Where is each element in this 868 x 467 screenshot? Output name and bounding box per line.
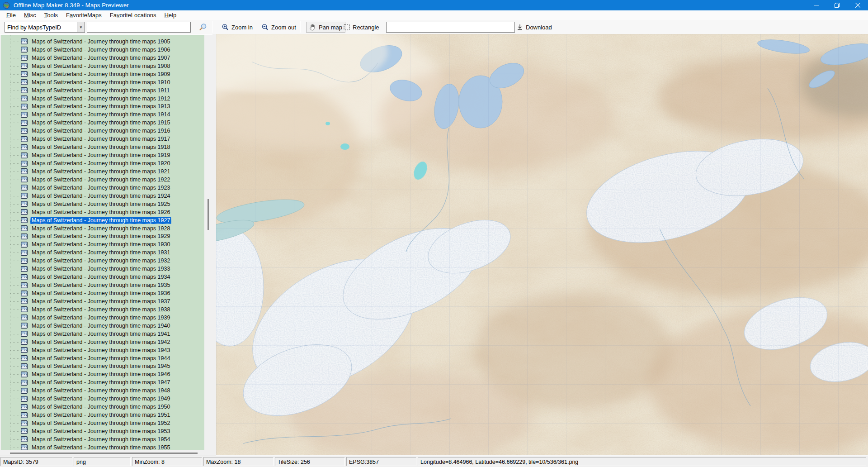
status-panel-min-zoom: MinZoom: 8 [132, 457, 202, 466]
tree-row-label: Maps of Switzerland - Journey through ti… [30, 87, 171, 94]
menu-item-help[interactable]: Help [160, 11, 180, 20]
map-image-icon [21, 396, 28, 402]
map-image-icon [21, 71, 28, 77]
tree-row[interactable]: Maps of Switzerland - Journey through ti… [1, 233, 204, 241]
tree-row[interactable]: Maps of Switzerland - Journey through ti… [1, 110, 204, 119]
map-image-icon [21, 404, 28, 410]
tree-row[interactable]: Maps of Switzerland - Journey through ti… [1, 103, 204, 111]
map-toolbar-input[interactable] [386, 22, 515, 33]
tree-row-label: Maps of Switzerland - Journey through ti… [30, 395, 171, 402]
map-image-icon [21, 87, 28, 93]
tree-row[interactable]: Maps of Switzerland - Journey through ti… [1, 86, 204, 95]
rectangle-button[interactable]: Rectangle [340, 22, 382, 33]
tree-row[interactable]: Maps of Switzerland - Journey through ti… [1, 305, 204, 314]
tree-row-label: Maps of Switzerland - Journey through ti… [30, 436, 171, 443]
tree-row[interactable]: Maps of Switzerland - Journey through ti… [1, 240, 204, 248]
map-image-icon [21, 363, 28, 369]
tree-row[interactable]: Maps of Switzerland - Journey through ti… [1, 386, 204, 395]
tree-row[interactable]: Maps of Switzerland - Journey through ti… [1, 95, 204, 103]
tree-row[interactable]: Maps of Switzerland - Journey through ti… [1, 135, 204, 143]
map-image-icon [21, 193, 28, 199]
menu-item-favoritelocations[interactable]: FavoriteLocations [106, 11, 160, 20]
tree-row[interactable]: Maps of Switzerland - Journey through ti… [1, 151, 204, 159]
zoom-in-button[interactable]: Zoom in [218, 22, 256, 33]
search-button[interactable] [196, 22, 210, 33]
download-button[interactable]: Download [514, 22, 555, 33]
search-input[interactable] [87, 22, 191, 33]
dropdown-arrow-icon[interactable]: ▼ [77, 22, 85, 32]
tree-row-label: Maps of Switzerland - Journey through ti… [30, 111, 171, 118]
tree-row[interactable]: Maps of Switzerland - Journey through ti… [1, 248, 204, 257]
tree-row[interactable]: Maps of Switzerland - Journey through ti… [1, 314, 204, 322]
tree-row[interactable]: Maps of Switzerland - Journey through ti… [1, 378, 204, 386]
menu-item-misc[interactable]: Misc [20, 11, 40, 20]
tree-row[interactable]: Maps of Switzerland - Journey through ti… [1, 62, 204, 70]
tree-row[interactable]: Maps of Switzerland - Journey through ti… [1, 38, 204, 46]
tree-row[interactable]: Maps of Switzerland - Journey through ti… [1, 265, 204, 273]
tree-horizontal-scrollbar-thumb[interactable] [10, 453, 198, 454]
tree-row[interactable]: Maps of Switzerland - Journey through ti… [1, 330, 204, 338]
tree-row[interactable]: Maps of Switzerland - Journey through ti… [1, 289, 204, 297]
map-image-icon [21, 225, 28, 231]
tree-row[interactable]: Maps of Switzerland - Journey through ti… [1, 370, 204, 378]
tree-row[interactable]: Maps of Switzerland - Journey through ti… [1, 338, 204, 346]
pan-map-button[interactable]: Pan map [306, 22, 345, 33]
tree-row[interactable]: Maps of Switzerland - Journey through ti… [1, 159, 204, 167]
menu-item-favoritemaps[interactable]: FavoriteMaps [62, 11, 106, 20]
map-image-icon [21, 323, 28, 329]
menu-item-tools[interactable]: Tools [40, 11, 62, 20]
tree-row[interactable]: Maps of Switzerland - Journey through ti… [1, 273, 204, 281]
tree-row[interactable]: Maps of Switzerland - Journey through ti… [1, 127, 204, 135]
tree-row[interactable]: Maps of Switzerland - Journey through ti… [1, 208, 204, 216]
tree-row[interactable]: Maps of Switzerland - Journey through ti… [1, 119, 204, 127]
restore-button[interactable] [826, 0, 847, 10]
map-image-icon [21, 412, 28, 418]
tree-vertical-scrollbar[interactable] [204, 35, 212, 450]
tree-row[interactable]: Maps of Switzerland - Journey through ti… [1, 46, 204, 54]
tree-row[interactable]: Maps of Switzerland - Journey through ti… [1, 427, 204, 435]
tree-row[interactable]: Maps of Switzerland - Journey through ti… [1, 200, 204, 208]
tree-row[interactable]: Maps of Switzerland - Journey through ti… [1, 419, 204, 427]
tree-row[interactable]: Maps of Switzerland - Journey through ti… [1, 143, 204, 151]
panel-divider [212, 34, 216, 456]
map-image-icon [21, 388, 28, 394]
find-by-dropdown[interactable]: Find by MapsTypeID ▼ [5, 22, 85, 33]
tree-row-label: Maps of Switzerland - Journey through ti… [30, 119, 171, 126]
tree-row[interactable]: Maps of Switzerland - Journey through ti… [1, 411, 204, 419]
tree-horizontal-scrollbar[interactable] [0, 450, 212, 456]
map-image-icon [21, 38, 28, 44]
tree-row[interactable]: Maps of Switzerland - Journey through ti… [1, 78, 204, 86]
tree-row[interactable]: Maps of Switzerland - Journey through ti… [1, 403, 204, 411]
map-image-icon [21, 266, 28, 272]
tree-row[interactable]: Maps of Switzerland - Journey through ti… [1, 257, 204, 265]
tree-row[interactable]: Maps of Switzerland - Journey through ti… [1, 176, 204, 184]
close-button[interactable] [847, 0, 868, 10]
map-image-icon [21, 234, 28, 239]
tree-row[interactable]: Maps of Switzerland - Journey through ti… [1, 362, 204, 371]
tree-row[interactable]: Maps of Switzerland - Journey through ti… [1, 346, 204, 354]
tree-row[interactable]: Maps of Switzerland - Journey through ti… [1, 435, 204, 443]
tree-row[interactable]: Maps of Switzerland - Journey through ti… [1, 216, 204, 224]
tree-row[interactable]: Maps of Switzerland - Journey through ti… [1, 54, 204, 62]
minimize-button[interactable] [806, 0, 826, 10]
tree-row[interactable]: Maps of Switzerland - Journey through ti… [1, 443, 204, 450]
zoom-out-button[interactable]: Zoom out [258, 22, 299, 33]
tree-row[interactable]: Maps of Switzerland - Journey through ti… [1, 167, 204, 176]
tree-row-label: Maps of Switzerland - Journey through ti… [30, 265, 171, 272]
tree-vertical-scrollbar-thumb[interactable] [208, 199, 209, 230]
tree-row[interactable]: Maps of Switzerland - Journey through ti… [1, 70, 204, 78]
menu-item-file[interactable]: File [2, 11, 20, 20]
tree-row[interactable]: Maps of Switzerland - Journey through ti… [1, 354, 204, 362]
map-image-icon [21, 428, 28, 434]
tree-row-label: Maps of Switzerland - Journey through ti… [30, 387, 171, 394]
tree-row[interactable]: Maps of Switzerland - Journey through ti… [1, 281, 204, 289]
tree-row[interactable]: Maps of Switzerland - Journey through ti… [1, 224, 204, 233]
tree-row-label: Maps of Switzerland - Journey through ti… [30, 71, 171, 78]
tree-row[interactable]: Maps of Switzerland - Journey through ti… [1, 184, 204, 192]
map-canvas[interactable] [216, 34, 868, 455]
tree-row[interactable]: Maps of Switzerland - Journey through ti… [1, 395, 204, 403]
tree-row[interactable]: Maps of Switzerland - Journey through ti… [1, 322, 204, 330]
tree-row[interactable]: Maps of Switzerland - Journey through ti… [1, 297, 204, 305]
map-image-icon [21, 282, 28, 288]
tree-row[interactable]: Maps of Switzerland - Journey through ti… [1, 192, 204, 200]
